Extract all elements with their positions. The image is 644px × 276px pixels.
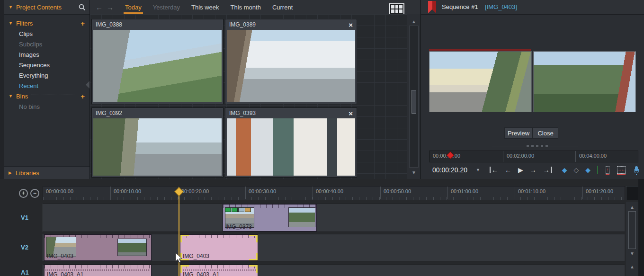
clip-thumbnail[interactable] [227, 118, 355, 176]
history-forward-button[interactable]: → [107, 3, 114, 11]
timeline-clip-img-0403-left[interactable]: IMG_0403 [44, 234, 152, 261]
scroll-down-icon[interactable]: ▼ [407, 170, 420, 175]
current-timecode[interactable]: 00:00:20.20 [432, 166, 467, 174]
ruler-tick: 00:00:50.00 [380, 187, 411, 199]
play-button[interactable]: ▶ [518, 167, 523, 173]
mark-in-icon[interactable]: ◆ [562, 166, 567, 174]
timeline-playhead-line[interactable] [179, 187, 179, 276]
libraries-label: Libraries [16, 169, 39, 177]
sidebar-item-everything[interactable]: Everything [4, 70, 89, 80]
clip-thumbnail [288, 207, 315, 227]
scroll-up-icon[interactable]: ▲ [407, 19, 420, 24]
clip-thumbnail [117, 239, 147, 256]
filters-label: Filters [16, 20, 33, 27]
dotted-leader [36, 22, 77, 22]
splitter-line [546, 146, 578, 146]
tile-view-icon[interactable] [389, 3, 404, 15]
close-button[interactable]: Close [533, 127, 558, 139]
timeline-clip-img-0373[interactable]: IMG_0373 [223, 204, 317, 231]
scroll-up-icon[interactable]: ▲ [626, 205, 638, 210]
tab-today[interactable]: Today [125, 0, 142, 14]
preview-button[interactable]: Preview [504, 127, 533, 139]
step-forward-button[interactable]: → [530, 167, 537, 173]
scrollbar-track[interactable] [409, 26, 419, 168]
ruler-tick: 00:00:40.00 [313, 187, 343, 199]
clip-card-img-0388[interactable]: IMG_0388 [91, 19, 224, 104]
clip-thumbnail[interactable] [93, 118, 222, 176]
close-clip-icon[interactable]: × [349, 110, 353, 117]
sidebar-item-recent[interactable]: Recent [4, 80, 89, 91]
add-bin-button[interactable]: + [80, 93, 85, 100]
clip-card-title: IMG_0389 [229, 21, 256, 28]
sidebar-item-sequences[interactable]: Sequences [4, 60, 89, 70]
libraries-section-header[interactable]: ▶ Libraries [4, 166, 89, 179]
timeline-scrollbar[interactable]: ▲ ▼ ▲ [626, 202, 638, 276]
panel-title: Project Contents [16, 4, 79, 11]
clip-label: IMG_0403_A1 [47, 271, 83, 276]
tab-yesterday[interactable]: Yesterday [153, 0, 180, 14]
scrollbar-thumb[interactable] [628, 211, 636, 249]
timeline-panel: + − 00:00:00.00 00:00:10.00 00:00:20.00 … [0, 179, 644, 276]
track-label-v2[interactable]: V2 [21, 244, 28, 251]
clip-label: IMG_0373 [225, 223, 252, 230]
viewer-frame-right[interactable] [533, 51, 636, 112]
ruler-tick: 00:01:10.00 [515, 187, 546, 199]
go-to-end-button[interactable]: → [543, 167, 552, 173]
scroll-down-icon[interactable]: ▼ [626, 251, 638, 256]
track-label-a1[interactable]: A1 [21, 269, 29, 276]
track-lane-v1[interactable] [43, 204, 625, 232]
viewer-frame-left[interactable] [429, 51, 532, 112]
zoom-in-icon[interactable]: + [19, 189, 28, 198]
timeline-audio-clip-img-0403-a1-selected[interactable]: IMG_0403_A1 [180, 265, 258, 276]
clip-card-title: IMG_0392 [96, 110, 122, 116]
track-label-v1[interactable]: V1 [21, 214, 28, 221]
no-bins-label: No bins [4, 101, 89, 112]
viewer-ruler-tick: 00:02:00.00 [503, 151, 534, 162]
history-back-button[interactable]: ← [96, 3, 103, 11]
bins-section-header[interactable]: ▼ Bins + [4, 91, 89, 101]
zoom-out-icon[interactable]: − [30, 189, 39, 198]
viewer-header[interactable]: Sequence #1 [IMG_0403] [421, 0, 644, 15]
close-clip-icon[interactable]: × [349, 21, 353, 28]
tab-this-month[interactable]: This month [231, 0, 261, 14]
mark-icon[interactable]: ◇ [573, 166, 579, 174]
replace-edit-icon[interactable]: →← [617, 166, 626, 174]
clip-card-img-0392[interactable]: IMG_0392 [91, 107, 224, 178]
clip-thumbnail[interactable] [93, 30, 222, 102]
timeline-ruler[interactable]: 00:00:00.00 00:00:10.00 00:00:20.00 00:0… [43, 186, 625, 200]
clip-color-bar [429, 49, 531, 51]
park-marker-icon[interactable] [597, 166, 598, 174]
tab-this-week[interactable]: This week [191, 0, 219, 14]
timeline-audio-clip-img-0403-a1-left[interactable]: IMG_0403_A1 [44, 265, 152, 276]
project-contents-header[interactable]: ▼ Project Contents [4, 0, 89, 15]
timeline-clip-img-0403-selected[interactable]: IMG_0403 [180, 234, 258, 261]
clip-card-img-0393[interactable]: IMG_0393 × [225, 107, 357, 178]
sidebar-item-subclips[interactable]: Subclips [4, 39, 89, 49]
sidebar-item-images[interactable]: Images [4, 49, 89, 60]
insert-edit-icon[interactable]: ↑ [606, 166, 609, 174]
clip-label: IMG_0403 [47, 253, 73, 259]
scroll-up-icon[interactable]: ▲ [626, 264, 638, 269]
clip-card-title: IMG_0388 [96, 21, 122, 28]
search-icon[interactable] [79, 4, 86, 11]
splitter-handle[interactable] [526, 144, 548, 148]
viewer-ruler-tick: 00:00:00.00 [429, 151, 460, 162]
add-filter-button[interactable]: + [80, 20, 85, 27]
timecode-dropdown-icon[interactable]: ▼ [476, 168, 480, 172]
sequence-viewer-panel: Sequence #1 [IMG_0403] Preview Close 00:… [420, 0, 644, 179]
clip-card-img-0389[interactable]: IMG_0389 × [225, 19, 357, 104]
tab-current[interactable]: Current [272, 0, 293, 14]
panel-edge-notch-icon [86, 81, 89, 89]
libraries-triangle-icon: ▶ [9, 170, 12, 175]
browser-scrollbar[interactable]: ▲ ▼ [407, 14, 420, 179]
go-to-start-button[interactable]: ← [490, 167, 498, 173]
step-back-button[interactable]: ← [505, 167, 511, 173]
filters-section-header[interactable]: ▼ Filters + [4, 18, 89, 28]
clip-card-title: IMG_0393 [229, 110, 256, 116]
ruler-tick: 00:00:00.00 [43, 187, 73, 199]
mark-out-icon[interactable]: ◆ [585, 166, 590, 174]
sidebar-item-clips[interactable]: Clips [4, 28, 89, 39]
scrollbar-thumb[interactable] [411, 90, 416, 114]
viewer-timecode-ruler[interactable]: 00:00:00.00 00:02:00.00 00:04:00.00 [429, 151, 638, 162]
clip-thumbnail[interactable] [227, 30, 355, 102]
